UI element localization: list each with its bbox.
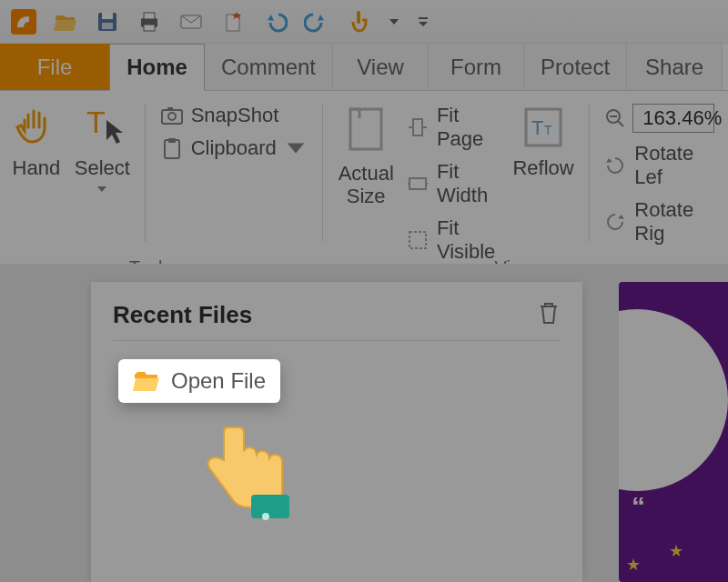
svg-rect-9 (419, 17, 428, 19)
svg-rect-5 (144, 13, 155, 19)
email-icon[interactable] (178, 9, 204, 35)
rotate-left-label: Rotate Lef (634, 142, 719, 189)
reflow-button[interactable]: TT Reflow (512, 100, 573, 246)
quick-access-toolbar (0, 0, 728, 44)
star-icon: ★ (626, 555, 641, 575)
svg-rect-15 (168, 138, 176, 143)
svg-rect-6 (144, 25, 155, 31)
recent-files-title: Recent Files (113, 301, 252, 329)
open-file-label: Open File (171, 368, 266, 394)
print-icon[interactable] (136, 9, 162, 35)
rotate-left-button[interactable]: Rotate Lef (603, 142, 719, 189)
zoom-level-field[interactable]: 163.46% (632, 104, 714, 133)
ribbon-tabstrip: File Home Comment View Form Protect Shar… (0, 44, 728, 91)
open-icon[interactable] (53, 9, 78, 35)
svg-rect-13 (167, 107, 173, 111)
promo-banner: ★ ★ (619, 282, 728, 582)
svg-text:T: T (544, 123, 552, 137)
svg-point-12 (168, 113, 176, 120)
folder-open-icon (133, 369, 160, 393)
snapshot-button[interactable]: SnapShot (160, 104, 308, 127)
actual-size-button[interactable]: Actual Size (338, 100, 395, 246)
fit-page-button[interactable]: Fit Page (406, 104, 502, 151)
start-page: Recent Files Open File ★ ★ (0, 264, 728, 582)
tab-share[interactable]: Share (627, 44, 723, 90)
fit-page-label: Fit Page (437, 104, 502, 151)
svg-rect-19 (410, 232, 426, 248)
clipboard-button[interactable]: Clipboard (160, 136, 308, 160)
zoom-out-icon[interactable] (603, 106, 627, 130)
open-file-button[interactable]: Open File (118, 359, 280, 403)
touch-mode-icon[interactable] (346, 9, 371, 35)
select-tool-label: Select (75, 156, 130, 179)
hand-tool-button[interactable]: Hand (9, 100, 64, 246)
redo-icon[interactable] (304, 9, 329, 35)
trash-icon[interactable] (537, 300, 561, 329)
clipboard-label: Clipboard (191, 136, 277, 160)
undo-icon[interactable] (262, 9, 288, 35)
app-icon (11, 9, 36, 35)
svg-rect-18 (410, 178, 426, 189)
snapshot-label: SnapShot (191, 104, 279, 127)
qat-customize-icon[interactable] (417, 9, 430, 35)
chevron-down-icon (284, 136, 308, 160)
tab-protect[interactable]: Protect (524, 44, 627, 90)
svg-rect-16 (350, 109, 381, 149)
svg-text:T: T (531, 116, 543, 139)
reflow-label: Reflow (512, 156, 573, 179)
svg-rect-24 (251, 495, 289, 518)
chevron-down-icon (96, 185, 108, 194)
select-tool-button[interactable]: T Select (75, 100, 130, 246)
tutorial-pointer-hand-icon (191, 409, 309, 527)
touch-dropdown-icon[interactable] (388, 9, 400, 35)
ribbon-home: Hand T Select SnapShot Clipboard Actual … (0, 91, 728, 255)
tab-file[interactable]: File (0, 44, 109, 90)
tab-comment[interactable]: Comment (205, 44, 333, 90)
svg-point-25 (262, 513, 269, 520)
actual-size-label: Actual Size (339, 162, 394, 208)
svg-rect-17 (413, 119, 422, 135)
fit-width-button[interactable]: Fit Width (406, 160, 502, 207)
fit-width-label: Fit Width (437, 160, 502, 207)
svg-rect-2 (102, 13, 113, 19)
recent-files-panel: Recent Files Open File (91, 282, 582, 582)
tab-home[interactable]: Home (109, 44, 205, 91)
tab-form[interactable]: Form (429, 44, 524, 90)
star-icon: ★ (669, 541, 683, 561)
hand-tool-label: Hand (13, 156, 61, 179)
rotate-right-button[interactable]: Rotate Rig (603, 198, 719, 246)
svg-text:T: T (86, 105, 106, 139)
rotate-right-label: Rotate Rig (634, 198, 719, 246)
save-icon[interactable] (95, 9, 120, 35)
svg-rect-3 (102, 23, 113, 29)
new-starred-icon[interactable] (220, 9, 246, 35)
tab-view[interactable]: View (333, 44, 429, 90)
